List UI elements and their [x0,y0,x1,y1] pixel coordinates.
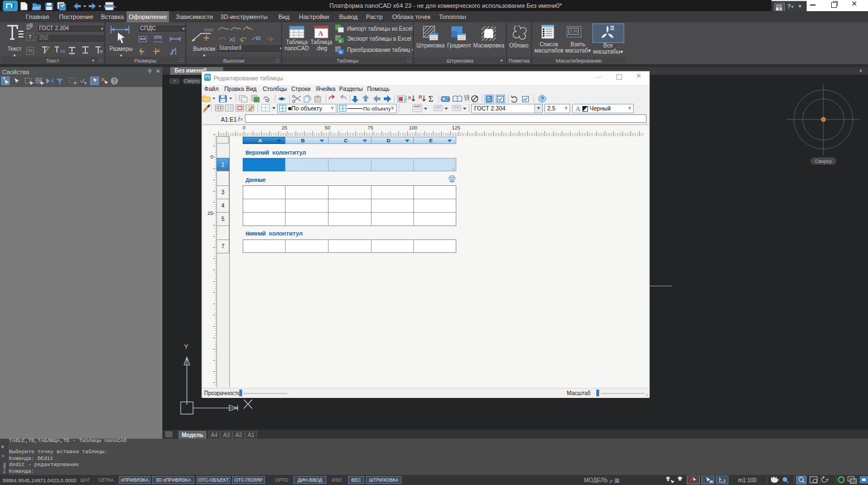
svg-text:Сверху: Сверху [815,159,832,164]
svg-text:Я: Я [418,94,422,100]
svg-text:Y: Y [184,343,189,350]
svg-text:?: ? [541,96,544,102]
svg-text:A: A [318,29,324,37]
svg-text:Σ: Σ [428,94,433,103]
svg-text:x: x [339,39,341,43]
svg-text:N: N [339,50,342,54]
svg-text:Тб: Тб [60,49,65,54]
svg-text:А: А [408,95,412,100]
svg-text:?: ? [113,78,116,84]
